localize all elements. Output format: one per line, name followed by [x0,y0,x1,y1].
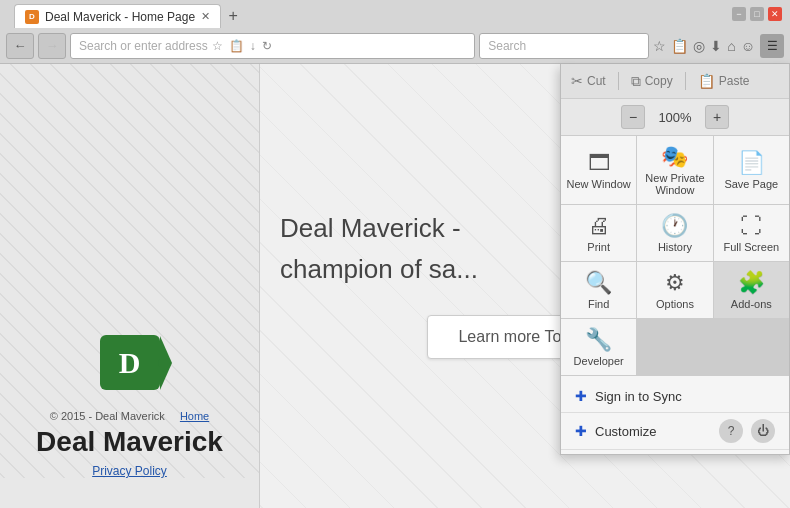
minimize-button[interactable]: − [732,7,746,21]
clipboard-icon[interactable]: 📋 [671,38,688,54]
refresh-icon[interactable]: ↻ [262,39,272,53]
deal-logo: D [100,335,160,390]
save-page-item[interactable]: 📄 Save Page [714,136,789,204]
full-screen-item[interactable]: ⛶ Full Screen [714,205,789,261]
developer-label: Developer [574,355,624,367]
history-item[interactable]: 🕐 History [637,205,712,261]
home-link[interactable]: Home [180,410,209,422]
history-label: History [658,241,692,253]
maximize-button[interactable]: □ [750,7,764,21]
copy-label: Copy [645,74,673,88]
customize-row[interactable]: ✚ Customize [561,415,705,447]
addons-icon: 🧩 [738,272,765,294]
logo-dot [158,359,166,367]
print-label: Print [587,241,610,253]
menu-bottom: ✚ Sign in to Sync ✚ Customize ? ⏻ [561,376,789,454]
history-icon: 🕐 [661,215,688,237]
paste-label: Paste [719,74,750,88]
customize-label: Customize [595,424,656,439]
developer-icon: 🔧 [585,329,612,351]
find-item[interactable]: 🔍 Find [561,262,636,318]
sign-in-row[interactable]: ✚ Sign in to Sync [561,380,789,413]
zoom-row: − 100% + [561,99,789,136]
menu-grid: 🗖 New Window 🎭 New Private Window 📄 Save… [561,136,789,376]
download-icon[interactable]: ↓ [250,39,256,53]
search-placeholder: Search [488,39,526,53]
help-button[interactable]: ? [719,419,743,443]
webpage-sidebar: D © 2015 - Deal Maverick Home Deal Maver… [0,64,260,508]
new-tab-button[interactable]: + [221,4,245,28]
tab-strip: D Deal Maverick - Home Page ✕ + [8,0,251,28]
full-screen-label: Full Screen [724,241,780,253]
bookmark-star-icon[interactable]: ☆ [212,39,223,53]
cut-action[interactable]: ✂ Cut [571,73,606,89]
new-private-label: New Private Window [642,172,707,196]
print-icon: 🖨 [588,215,610,237]
toolbar-icons: ☆ 📋 ◎ ⬇ ⌂ ☺ ☰ [653,34,784,58]
copyright-text: © 2015 - Deal Maverick Home [36,410,223,422]
title-bar: D Deal Maverick - Home Page ✕ + − □ ✕ [0,0,790,28]
zoom-level: 100% [655,110,695,125]
zoom-in-button[interactable]: + [705,105,729,129]
paste-icon: 📋 [698,73,715,89]
privacy-policy-link[interactable]: Privacy Policy [36,464,223,478]
reading-list-icon[interactable]: 📋 [229,39,244,53]
full-screen-icon: ⛶ [740,215,762,237]
search-bar[interactable]: Search [479,33,649,59]
new-window-item[interactable]: 🗖 New Window [561,136,636,204]
forward-button[interactable]: → [38,33,66,59]
copy-action[interactable]: ⧉ Copy [631,73,673,90]
star-icon[interactable]: ☆ [653,38,666,54]
home-icon[interactable]: ⌂ [727,38,735,54]
site-title: Deal Maverick [36,426,223,458]
save-page-icon: 📄 [738,152,765,174]
power-button[interactable]: ⏻ [751,419,775,443]
pocket-icon[interactable]: ◎ [693,38,705,54]
logo-letter: D [119,346,141,380]
content-area: D © 2015 - Deal Maverick Home Deal Maver… [0,64,790,508]
user-icon[interactable]: ☺ [741,38,755,54]
new-window-icon: 🗖 [588,152,610,174]
separator-2 [685,72,686,90]
logo-shape: D [100,335,160,390]
navigation-bar: ← → Search or enter address ☆ 📋 ↓ ↻ Sear… [0,28,790,64]
sign-in-label: Sign in to Sync [595,389,682,404]
address-bar[interactable]: Search or enter address ☆ 📋 ↓ ↻ [70,33,475,59]
copy-icon: ⧉ [631,73,641,90]
back-button[interactable]: ← [6,33,34,59]
new-private-icon: 🎭 [661,146,688,168]
address-placeholder: Search or enter address [79,39,208,53]
save-page-label: Save Page [724,178,778,190]
find-icon: 🔍 [585,272,612,294]
new-private-window-item[interactable]: 🎭 New Private Window [637,136,712,204]
paste-action[interactable]: 📋 Paste [698,73,750,89]
addons-label: Add-ons [731,298,772,310]
new-window-label: New Window [567,178,631,190]
title-bar-left: D Deal Maverick - Home Page ✕ + [8,0,251,28]
zoom-out-button[interactable]: − [621,105,645,129]
cut-label: Cut [587,74,606,88]
options-icon: ⚙ [665,272,685,294]
firefox-menu-panel: ✂ Cut ⧉ Copy 📋 Paste − 100% + 🗖 New [560,64,790,455]
options-label: Options [656,298,694,310]
addons-item[interactable]: 🧩 Add-ons [714,262,789,318]
tab-favicon: D [25,10,39,24]
separator-1 [618,72,619,90]
address-icons: ☆ 📋 ↓ ↻ [212,39,272,53]
print-item[interactable]: 🖨 Print [561,205,636,261]
sidebar-footer: © 2015 - Deal Maverick Home Deal Maveric… [36,410,223,478]
help-power-row: ? ⏻ [705,413,789,449]
close-button[interactable]: ✕ [768,7,782,21]
active-tab[interactable]: D Deal Maverick - Home Page ✕ [14,4,221,28]
options-item[interactable]: ⚙ Options [637,262,712,318]
tab-title: Deal Maverick - Home Page [45,10,195,24]
find-label: Find [588,298,609,310]
menu-button[interactable]: ☰ [760,34,784,58]
window-controls: − □ ✕ [732,7,782,21]
cut-icon: ✂ [571,73,583,89]
tab-close-button[interactable]: ✕ [201,10,210,23]
sync-icon: ✚ [575,388,587,404]
edit-actions-row: ✂ Cut ⧉ Copy 📋 Paste [561,64,789,99]
developer-item[interactable]: 🔧 Developer [561,319,636,375]
download-bar-icon[interactable]: ⬇ [710,38,722,54]
